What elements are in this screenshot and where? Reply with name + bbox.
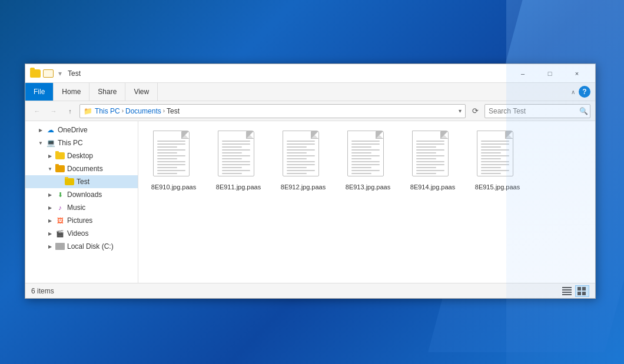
drive-icon	[55, 242, 65, 251]
title-folder-icon	[30, 69, 41, 78]
status-bar: 6 items	[25, 283, 595, 298]
breadcrumb-documents[interactable]: Documents	[125, 107, 161, 115]
title-sep: ▾	[58, 69, 62, 78]
file-item-3[interactable]: 8E912.jpg.paas	[274, 127, 333, 195]
expand-downloads[interactable]: ▶	[45, 190, 55, 199]
sidebar-item-local-disk[interactable]: ▶ Local Disk (C:)	[25, 240, 138, 253]
expand-desktop[interactable]: ▶	[45, 151, 55, 161]
address-breadcrumb[interactable]: 📁 This PC › Documents › Test ▾	[79, 104, 466, 118]
documents-folder-icon	[55, 164, 65, 173]
file-item-2[interactable]: 8E911.jpg.paas	[209, 127, 268, 195]
sidebar-item-onedrive[interactable]: ▶ ☁ OneDrive	[25, 123, 138, 136]
tab-file[interactable]: File	[25, 83, 54, 101]
tab-share[interactable]: Share	[89, 83, 125, 101]
file-label-3: 8E912.jpg.paas	[281, 183, 326, 191]
sidebar-item-music[interactable]: ▶ ♪ Music	[25, 201, 138, 214]
sidebar-label-videos: Videos	[67, 229, 88, 238]
up-button[interactable]: ↑	[63, 104, 77, 118]
close-button[interactable]: ×	[563, 64, 590, 83]
expand-documents[interactable]: ▼	[45, 164, 55, 173]
sidebar-item-desktop[interactable]: ▶ Desktop	[25, 149, 138, 162]
status-item-count: 6 items	[31, 287, 560, 295]
title-bar: ▾ Test – □ ×	[25, 64, 595, 83]
expand-onedrive[interactable]: ▶	[36, 125, 45, 135]
file-item-4[interactable]: 8E913.jpg.paas	[338, 127, 397, 195]
refresh-button[interactable]: ⟳	[468, 104, 482, 118]
view-details-button[interactable]	[560, 285, 574, 297]
tab-home[interactable]: Home	[54, 83, 89, 101]
expand-pictures[interactable]: ▶	[45, 216, 55, 225]
file-item-5[interactable]: 8E914.jpg.paas	[403, 127, 462, 195]
large-icons-view-icon	[577, 287, 587, 295]
file-label-1: 8E910.jpg.paas	[151, 183, 196, 191]
sidebar-item-videos[interactable]: ▶ 🎬 Videos	[25, 227, 138, 240]
breadcrumb-this-pc[interactable]: This PC	[95, 107, 120, 115]
view-buttons	[560, 285, 589, 297]
search-icon: 🔍	[579, 107, 588, 115]
file-icon-1	[153, 131, 194, 181]
window-title: Test	[68, 69, 509, 78]
file-item[interactable]: 8E910.jpg.paas	[144, 127, 203, 195]
sidebar-label-documents: Documents	[67, 165, 103, 173]
address-bar: ← → ↑ 📁 This PC › Documents › Test ▾ ⟳ 🔍	[25, 101, 595, 121]
search-input[interactable]	[489, 107, 577, 115]
file-label-5: 8E914.jpg.paas	[410, 183, 455, 191]
explorer-window: ▾ Test – □ × File Home Share	[25, 64, 596, 299]
breadcrumb-dropdown[interactable]: ▾	[459, 108, 462, 114]
svg-rect-6	[577, 292, 581, 295]
file-label-6: 8E915.jpg.paas	[475, 183, 520, 191]
window-controls: – □ ×	[509, 64, 590, 83]
videos-icon: 🎬	[55, 229, 65, 238]
sidebar-item-downloads[interactable]: ▶ ⬇ Downloads	[25, 188, 138, 201]
title-folder-icon-2	[43, 69, 54, 78]
sidebar-label-desktop: Desktop	[67, 152, 93, 160]
search-box[interactable]: 🔍	[484, 104, 590, 118]
svg-rect-5	[582, 287, 586, 290]
svg-rect-4	[577, 287, 581, 290]
svg-rect-2	[562, 292, 572, 293]
expand-videos[interactable]: ▶	[45, 229, 55, 238]
sidebar-item-pictures[interactable]: ▶ 🖼 Pictures	[25, 214, 138, 227]
tab-view[interactable]: View	[125, 83, 158, 101]
file-icon-5	[412, 131, 453, 181]
desktop-folder-icon	[55, 151, 65, 161]
expand-music[interactable]: ▶	[45, 203, 55, 212]
help-button[interactable]: ?	[579, 86, 590, 98]
details-view-icon	[562, 287, 572, 295]
file-icon-4	[347, 131, 389, 181]
file-item-6[interactable]: 8E915.jpg.paas	[468, 127, 527, 195]
expand-this-pc[interactable]: ▼	[36, 138, 45, 148]
ribbon: File Home Share View ∧ ?	[25, 83, 595, 101]
view-large-icons-button[interactable]	[575, 285, 589, 297]
expand-local-disk[interactable]: ▶	[45, 242, 55, 251]
file-label-4: 8E913.jpg.paas	[346, 183, 390, 191]
sidebar: ▶ ☁ OneDrive ▼ 💻 This PC ▶ Des	[25, 121, 138, 283]
maximize-button[interactable]: □	[536, 64, 563, 83]
ribbon-tabs: File Home Share View ∧ ?	[25, 83, 595, 101]
content-area: ▶ ☁ OneDrive ▼ 💻 This PC ▶ Des	[25, 121, 595, 283]
test-folder-icon	[64, 177, 75, 186]
svg-rect-7	[582, 292, 586, 295]
forward-button[interactable]: →	[47, 104, 61, 118]
ribbon-help-area: ∧ ?	[567, 83, 595, 101]
sidebar-label-test: Test	[77, 178, 89, 186]
file-label-2: 8E911.jpg.paas	[216, 183, 261, 191]
sidebar-label-music: Music	[67, 203, 85, 212]
folder-icon-address: 📁	[84, 107, 92, 115]
sidebar-label-local-disk: Local Disk (C:)	[67, 242, 114, 251]
file-icon-2	[218, 131, 259, 181]
pc-icon: 💻	[45, 138, 56, 148]
sidebar-item-test[interactable]: ▶ Test	[25, 175, 138, 188]
sidebar-item-documents[interactable]: ▼ Documents	[25, 162, 138, 175]
minimize-button[interactable]: –	[509, 64, 536, 83]
file-icon-6	[477, 131, 518, 181]
sidebar-label-pictures: Pictures	[67, 216, 92, 225]
back-button[interactable]: ←	[30, 104, 44, 118]
sidebar-label-onedrive: OneDrive	[58, 126, 88, 134]
music-icon: ♪	[55, 203, 65, 212]
sidebar-item-this-pc[interactable]: ▼ 💻 This PC	[25, 136, 138, 149]
pictures-icon: 🖼	[55, 216, 65, 225]
ribbon-chevron[interactable]: ∧	[567, 89, 579, 95]
svg-rect-3	[562, 294, 572, 295]
svg-rect-1	[562, 289, 572, 290]
